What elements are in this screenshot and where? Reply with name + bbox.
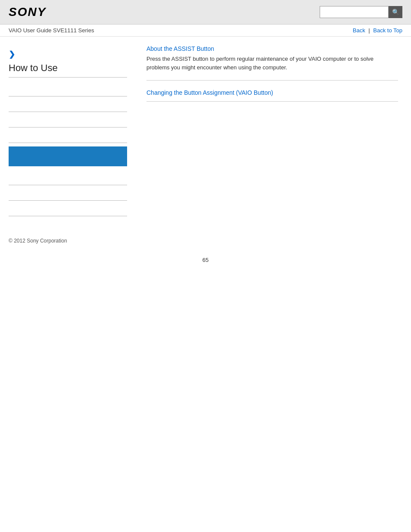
sidebar-items-group [9,81,127,216]
navbar: VAIO User Guide SVE1111 Series Back | Ba… [0,25,411,37]
sidebar-item[interactable] [9,96,127,112]
sidebar: ❯ How to Use [0,37,134,225]
content-link-item: Changing the Button Assignment (VAIO But… [146,89,398,96]
nav-links: Back | Back to Top [353,27,402,34]
header: SONY 🔍 [0,0,411,25]
search-input[interactable] [320,6,389,18]
page-number: 65 [0,248,411,268]
back-link[interactable]: Back [353,27,365,34]
main-content: ❯ How to Use About the ASSIST Button Pre… [0,37,411,225]
sidebar-item[interactable] [9,81,127,96]
sidebar-item[interactable] [9,128,127,143]
content-section-assist: About the ASSIST Button Press the ASSIST… [146,45,398,72]
article-description: Press the ASSIST button to perform regul… [146,55,398,72]
search-box: 🔍 [320,6,402,18]
article-title-link[interactable]: About the ASSIST Button [146,45,398,52]
sidebar-section-title: How to Use [9,62,127,78]
content-area: About the ASSIST Button Press the ASSIST… [134,37,411,225]
guide-title: VAIO User Guide SVE1111 Series [9,27,94,34]
sidebar-item[interactable] [9,185,127,201]
sidebar-chevron-icon: ❯ [9,50,127,59]
sidebar-item-highlighted[interactable] [9,146,127,166]
sidebar-item[interactable] [9,201,127,216]
content-divider [146,80,398,81]
footer: © 2012 Sony Corporation [0,233,411,248]
nav-separator: | [368,27,370,34]
sidebar-item[interactable] [9,112,127,128]
search-icon: 🔍 [392,9,399,16]
sidebar-item[interactable] [9,170,127,185]
sony-logo: SONY [9,5,46,19]
search-button[interactable]: 🔍 [389,6,402,18]
copyright-text: © 2012 Sony Corporation [9,238,67,244]
content-divider-2 [146,101,398,102]
related-link[interactable]: Changing the Button Assignment (VAIO But… [146,89,398,96]
back-to-top-link[interactable]: Back to Top [373,27,402,34]
